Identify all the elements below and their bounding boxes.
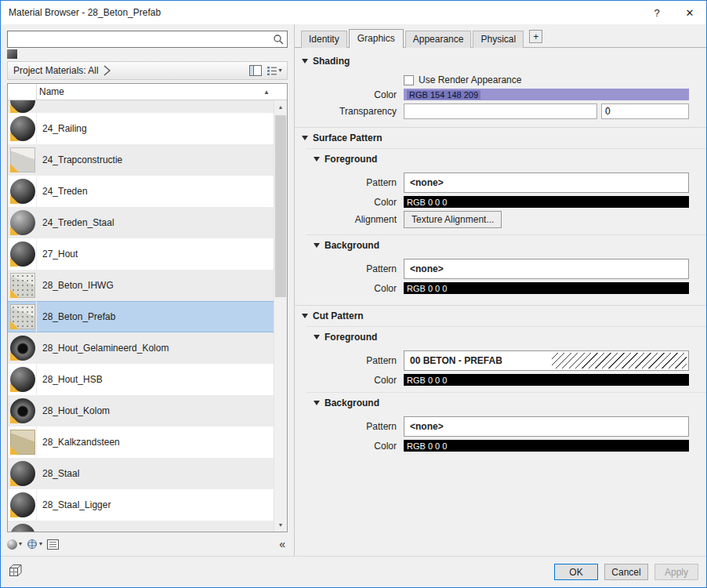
material-row[interactable]: 24_Railing (8, 113, 274, 144)
cut-background-subsection: Background Pattern <none> Color (306, 392, 706, 458)
foreground-header[interactable]: Foreground (306, 149, 706, 169)
scroll-up-icon[interactable]: ▲ (274, 100, 287, 114)
material-thumbnail (10, 179, 35, 204)
material-thumbnail (10, 461, 35, 486)
surface-foreground-color-swatch[interactable]: RGB 0 0 0 (404, 196, 689, 208)
section-surface-pattern: Surface Pattern Foreground Pattern <none… (295, 127, 706, 305)
collapse-panel-button[interactable]: « (279, 538, 288, 550)
add-asset-tab-button[interactable]: + (529, 30, 542, 43)
material-name: 24_Treden (42, 186, 88, 197)
pattern-label: Pattern (306, 263, 404, 274)
transparency-input[interactable] (601, 103, 689, 119)
material-row[interactable]: 28_Staal (8, 458, 274, 489)
section-title: Cut Pattern (313, 310, 364, 321)
cut-foreground-color-swatch[interactable]: RGB 0 0 0 (404, 374, 689, 386)
name-column-header[interactable]: Name ▲ (8, 84, 287, 100)
chevron-down-icon: ▾ (39, 541, 42, 547)
open-library-button[interactable]: ▾ (27, 539, 42, 550)
scrollbar-thumb[interactable] (275, 115, 286, 297)
material-thumbnail (10, 336, 35, 361)
scrollbar-track[interactable] (274, 114, 287, 518)
shading-color-swatch[interactable]: RGB 154 148 209 (404, 89, 689, 100)
surface-foreground-pattern-button[interactable]: <none> (404, 172, 689, 193)
use-render-appearance-checkbox[interactable] (404, 75, 414, 85)
color-value: RGB 154 148 209 (407, 90, 480, 100)
cut-pattern-section-header[interactable]: Cut Pattern (295, 306, 706, 326)
material-row[interactable]: 28_Hout_HSB (8, 364, 274, 395)
scroll-down-icon[interactable]: ▼ (274, 518, 287, 532)
color-value: RGB 0 0 0 (407, 198, 447, 207)
material-name: 28_Beton_IHWG (42, 280, 114, 291)
collapse-triangle-icon (314, 401, 320, 405)
materials-scrollbar[interactable]: ▲ ▼ (274, 100, 287, 532)
tab-identity[interactable]: Identity (301, 31, 347, 48)
material-thumbnail (10, 116, 35, 141)
material-row[interactable]: 27_Hout (8, 238, 274, 270)
scope-label: Project Materials: All (13, 65, 99, 76)
color-value: RGB 0 0 0 (407, 376, 447, 385)
tab-appearance[interactable]: Appearance (405, 31, 472, 48)
material-name: 24_Trapconstructie (42, 154, 122, 165)
material-row[interactable]: 28_Hout_Gelamineerd_Kolom (8, 332, 274, 364)
transparency-slider[interactable] (404, 103, 597, 119)
material-name: 24_Treden_Staal (42, 217, 114, 228)
material-name: 28_Kalkzandsteen (42, 437, 120, 448)
material-row[interactable]: 28_Staal_Ligger (8, 489, 274, 521)
graphics-properties: Shading Use Render Appearance Color (295, 48, 706, 556)
cut-background-pattern-button[interactable]: <none> (404, 416, 689, 437)
foreground-header[interactable]: Foreground (306, 327, 706, 347)
view-options-icon[interactable]: ▾ (265, 63, 284, 78)
library-panel-toggle-button[interactable] (47, 539, 59, 550)
search-input[interactable] (7, 31, 288, 48)
material-row[interactable]: 28_Beton_IHWG (8, 270, 274, 301)
material-row[interactable]: 28_Beton_Prefab (8, 301, 274, 332)
material-row[interactable]: 28_Kalkzandsteen (8, 426, 274, 458)
surface-background-subsection: Background Pattern <none> Color (306, 234, 706, 300)
material-editor-toggle-button[interactable] (9, 564, 24, 580)
alignment-label: Alignment (306, 214, 404, 225)
shading-section-header[interactable]: Shading (295, 51, 706, 71)
material-thumbnail (10, 492, 35, 517)
materials-scope-bar[interactable]: Project Materials: All ▾ (7, 61, 288, 80)
material-name: 28_Staal_Ligger (42, 499, 111, 510)
tab-graphics[interactable]: Graphics (349, 29, 404, 48)
search-icon[interactable] (273, 34, 284, 47)
cut-foreground-pattern-button[interactable]: 00 BETON - PREFAB (404, 350, 689, 371)
surface-background-pattern-button[interactable]: <none> (404, 259, 689, 279)
section-cut-pattern: Cut Pattern Foreground Pattern 00 BETON … (295, 305, 706, 463)
material-thumbnail (10, 273, 35, 298)
globe-icon (27, 539, 38, 550)
material-editor-panel: Identity Graphics Appearance Physical + … (295, 24, 706, 556)
tab-physical[interactable]: Physical (473, 31, 524, 48)
scope-flyout-arrow-icon[interactable] (103, 64, 112, 77)
background-header[interactable]: Background (306, 393, 706, 413)
material-name: 28_Staal (42, 468, 79, 479)
surface-background-color-swatch[interactable]: RGB 0 0 0 (404, 282, 689, 294)
material-row[interactable]: 24_Treden_Staal (8, 207, 274, 238)
material-row[interactable]: 28_Hout_Kolom (8, 395, 274, 426)
help-button[interactable]: ? (640, 1, 673, 24)
close-button[interactable]: ✕ (673, 1, 706, 24)
material-row[interactable] (8, 100, 274, 113)
subsection-title: Foreground (324, 154, 377, 165)
cut-background-color-swatch[interactable]: RGB 0 0 0 (404, 440, 689, 452)
collapse-triangle-icon (314, 243, 320, 248)
surface-pattern-section-header[interactable]: Surface Pattern (295, 128, 706, 148)
background-header[interactable]: Background (306, 235, 706, 256)
ok-button[interactable]: OK (554, 564, 598, 580)
sort-ascending-icon: ▲ (263, 89, 270, 96)
material-row[interactable]: 24_Trapconstructie (8, 144, 274, 176)
texture-alignment-button[interactable]: Texture Alignment... (404, 211, 502, 228)
material-row[interactable] (8, 521, 274, 532)
collapsed-shelf-sliver (7, 49, 288, 60)
section-title: Surface Pattern (313, 132, 383, 143)
create-material-button[interactable]: ▾ (7, 539, 22, 550)
material-row[interactable]: 24_Treden (8, 176, 274, 207)
material-list-panel: Project Materials: All ▾ Name ▲ 24_Raili… (1, 24, 295, 556)
pattern-label: Pattern (306, 177, 404, 188)
show-library-panel-icon[interactable] (246, 63, 265, 78)
dialog-footer: OK Cancel Apply (1, 556, 706, 587)
cancel-button[interactable]: Cancel (604, 564, 648, 580)
apply-button: Apply (654, 564, 698, 580)
color-label: Color (306, 283, 404, 294)
